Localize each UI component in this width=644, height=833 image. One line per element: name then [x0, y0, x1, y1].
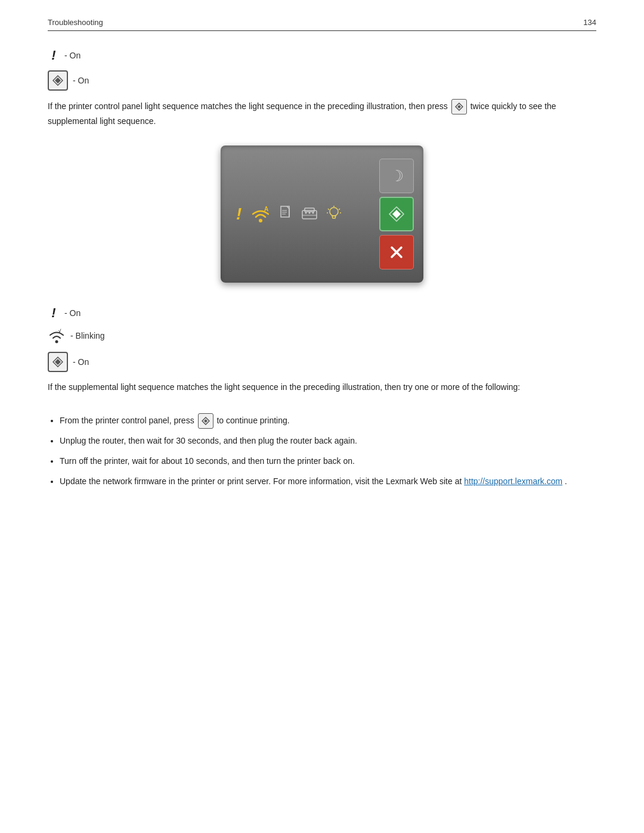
- svg-line-19: [339, 209, 340, 210]
- svg-point-14: [309, 212, 311, 213]
- list-item: Unplug the router, then wait for 30 seco…: [60, 432, 596, 449]
- panel-exclamation-icon: !: [236, 205, 242, 224]
- diamond-icon-bottom: [48, 352, 68, 372]
- svg-marker-31: [204, 419, 208, 423]
- panel-right-buttons: ☽: [379, 159, 414, 270]
- top-exclamation-row: ! - On: [48, 49, 596, 62]
- diamond-icon-top: [48, 70, 68, 91]
- svg-text:√: √: [58, 329, 61, 334]
- lexmark-link[interactable]: http://support.lexmark.com: [464, 476, 562, 486]
- bottom-wifi-label: - Blinking: [70, 331, 105, 340]
- header-title: Troubleshooting: [48, 18, 103, 27]
- panel-cancel-button: [379, 235, 414, 270]
- bottom-summary: If the supplemental light sequence match…: [48, 380, 596, 394]
- svg-line-18: [328, 209, 329, 210]
- top-description: If the printer control panel light seque…: [48, 99, 596, 128]
- exclamation-icon: !: [48, 49, 60, 62]
- top-diamond-label: - On: [73, 76, 89, 85]
- wifi-blink-icon: √: [48, 328, 66, 343]
- bottom-diamond-label: - On: [73, 357, 89, 367]
- top-diamond-row: - On: [48, 70, 596, 91]
- panel-sleep-button: ☽: [379, 159, 414, 193]
- exclamation-icon-bottom: !: [48, 306, 60, 320]
- panel-light-icon: [326, 205, 342, 224]
- svg-rect-11: [305, 208, 314, 212]
- bottom-exclamation-row: ! - On: [48, 306, 596, 320]
- printer-panel: ! A: [221, 145, 423, 283]
- panel-go-button: [379, 197, 414, 231]
- inline-diamond-btn-2: [198, 413, 213, 429]
- svg-point-15: [312, 212, 314, 213]
- svg-marker-23: [392, 210, 401, 218]
- svg-point-16: [330, 208, 338, 216]
- bullet-list: From the printer control panel, press to…: [60, 412, 596, 490]
- printer-panel-illustration: ! A: [48, 145, 596, 283]
- svg-point-13: [305, 212, 307, 213]
- panel-ink-icon: [301, 206, 318, 223]
- list-item: Update the network firmware in the print…: [60, 473, 596, 490]
- panel-wifi-icon: A: [250, 205, 271, 223]
- top-exclamation-label: - On: [64, 51, 80, 60]
- svg-point-26: [55, 340, 58, 343]
- list-item: From the printer control panel, press to…: [60, 412, 596, 429]
- svg-point-4: [259, 219, 262, 222]
- bottom-exclamation-label: - On: [64, 308, 80, 318]
- bottom-diamond-row: - On: [48, 352, 596, 372]
- panel-doc-icon: [280, 206, 293, 223]
- page-header: Troubleshooting 134: [48, 18, 596, 31]
- bottom-wifi-row: √ - Blinking: [48, 328, 596, 343]
- svg-marker-3: [457, 105, 461, 109]
- inline-diamond-btn-1: [451, 99, 467, 114]
- list-item: Turn off the printer, wait for about 10 …: [60, 453, 596, 469]
- svg-text:A: A: [264, 206, 268, 212]
- panel-left-icons: ! A: [230, 205, 379, 224]
- page-number: 134: [583, 18, 596, 27]
